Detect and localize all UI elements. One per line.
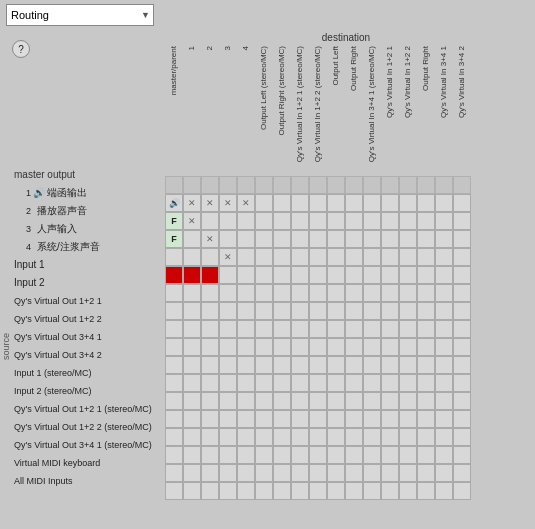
col-header-4: 4 bbox=[237, 46, 255, 182]
cell-m3-15[interactable] bbox=[435, 230, 453, 248]
cell-m1-12[interactable] bbox=[381, 194, 399, 212]
cell-m2-14[interactable] bbox=[417, 212, 435, 230]
cell-m2-2[interactable] bbox=[201, 212, 219, 230]
cell-m2-1[interactable] bbox=[183, 212, 201, 230]
cell-m2-8[interactable] bbox=[309, 212, 327, 230]
source-vertical-label: source bbox=[1, 333, 11, 360]
cell-m2-15[interactable] bbox=[435, 212, 453, 230]
cell-m1-11[interactable] bbox=[363, 194, 381, 212]
cell-m1-9[interactable] bbox=[327, 194, 345, 212]
cell-m4-3[interactable] bbox=[219, 248, 237, 266]
cell-m4-7[interactable] bbox=[291, 248, 309, 266]
cell-m4-master[interactable] bbox=[165, 248, 183, 266]
cell-m4-10[interactable] bbox=[345, 248, 363, 266]
cell-m4-15[interactable] bbox=[435, 248, 453, 266]
grid-row-input1-mc bbox=[165, 374, 535, 392]
cell-i1-10[interactable] bbox=[345, 266, 363, 284]
cell-i1-14[interactable] bbox=[417, 266, 435, 284]
cell-m4-6[interactable] bbox=[273, 248, 291, 266]
cell-m2-12[interactable] bbox=[381, 212, 399, 230]
col-header-out-right-mc: Output Right (stereo/MC) bbox=[273, 46, 291, 182]
cell-m4-9[interactable] bbox=[327, 248, 345, 266]
cell-m3-11[interactable] bbox=[363, 230, 381, 248]
cell-m4-13[interactable] bbox=[399, 248, 417, 266]
cell-m1-10[interactable] bbox=[345, 194, 363, 212]
cell-i1-11[interactable] bbox=[363, 266, 381, 284]
col-header-vin34-1: Qy's Virtual In 3+4 1 bbox=[435, 46, 453, 182]
cell-i1-13[interactable] bbox=[399, 266, 417, 284]
cell-m4-1[interactable] bbox=[183, 248, 201, 266]
cell-i1-5[interactable] bbox=[255, 266, 273, 284]
cell-i1-12[interactable] bbox=[381, 266, 399, 284]
cell-i1-3[interactable] bbox=[219, 266, 237, 284]
cell-m1-master[interactable]: 🔊 bbox=[165, 194, 183, 212]
cell-m3-14[interactable] bbox=[417, 230, 435, 248]
col-header-master-parent: master/parent bbox=[165, 46, 183, 182]
cell-m2-7[interactable] bbox=[291, 212, 309, 230]
cell-m1-14[interactable] bbox=[417, 194, 435, 212]
cell-m1-16[interactable] bbox=[453, 194, 471, 212]
cell-m4-8[interactable] bbox=[309, 248, 327, 266]
cell-m2-master[interactable]: F bbox=[165, 212, 183, 230]
cell-m4-2[interactable] bbox=[201, 248, 219, 266]
cell-i1-6[interactable] bbox=[273, 266, 291, 284]
source-row-input1: Input 1 bbox=[12, 256, 165, 274]
cell-blank bbox=[165, 176, 183, 194]
cell-i1-15[interactable] bbox=[435, 266, 453, 284]
cell-m4-16[interactable] bbox=[453, 248, 471, 266]
cell-m2-6[interactable] bbox=[273, 212, 291, 230]
cell-m3-4[interactable] bbox=[237, 230, 255, 248]
cell-m2-3[interactable] bbox=[219, 212, 237, 230]
cell-i1-9[interactable] bbox=[327, 266, 345, 284]
cell-blank bbox=[345, 176, 363, 194]
cell-m1-3[interactable] bbox=[219, 194, 237, 212]
cell-m2-10[interactable] bbox=[345, 212, 363, 230]
cell-m3-master[interactable]: F bbox=[165, 230, 183, 248]
cell-m3-1[interactable] bbox=[183, 230, 201, 248]
cell-m1-4[interactable] bbox=[237, 194, 255, 212]
cell-m3-9[interactable] bbox=[327, 230, 345, 248]
grid-row-vout1-mc bbox=[165, 410, 535, 428]
cell-m2-4[interactable] bbox=[237, 212, 255, 230]
cell-i1-16[interactable] bbox=[453, 266, 471, 284]
cell-blank bbox=[255, 176, 273, 194]
cell-i1-4[interactable] bbox=[237, 266, 255, 284]
cell-m2-11[interactable] bbox=[363, 212, 381, 230]
cell-i1-0[interactable] bbox=[165, 266, 183, 284]
cell-m1-15[interactable] bbox=[435, 194, 453, 212]
cell-i1-2[interactable] bbox=[201, 266, 219, 284]
cell-m1-13[interactable] bbox=[399, 194, 417, 212]
cell-m3-6[interactable] bbox=[273, 230, 291, 248]
cell-m2-13[interactable] bbox=[399, 212, 417, 230]
routing-select[interactable]: Routing bbox=[6, 4, 154, 26]
cell-m2-16[interactable] bbox=[453, 212, 471, 230]
cell-m2-9[interactable] bbox=[327, 212, 345, 230]
cell-m3-5[interactable] bbox=[255, 230, 273, 248]
cell-m2-5[interactable] bbox=[255, 212, 273, 230]
cell-m3-16[interactable] bbox=[453, 230, 471, 248]
cell-m3-3[interactable] bbox=[219, 230, 237, 248]
cell-m3-2[interactable] bbox=[201, 230, 219, 248]
cell-i1-8[interactable] bbox=[309, 266, 327, 284]
cell-m4-11[interactable] bbox=[363, 248, 381, 266]
cell-m4-14[interactable] bbox=[417, 248, 435, 266]
cell-m4-4[interactable] bbox=[237, 248, 255, 266]
cell-m1-1[interactable] bbox=[183, 194, 201, 212]
cell-i1-7[interactable] bbox=[291, 266, 309, 284]
cell-m3-13[interactable] bbox=[399, 230, 417, 248]
cell-m1-8[interactable] bbox=[309, 194, 327, 212]
cell-m3-8[interactable] bbox=[309, 230, 327, 248]
cell-m4-5[interactable] bbox=[255, 248, 273, 266]
grid-row-master-3: F bbox=[165, 230, 535, 248]
cell-m1-2[interactable] bbox=[201, 194, 219, 212]
cell-m1-6[interactable] bbox=[273, 194, 291, 212]
cell-m3-12[interactable] bbox=[381, 230, 399, 248]
grid-row-master-2: F bbox=[165, 212, 535, 230]
cell-i1-1[interactable] bbox=[183, 266, 201, 284]
cell-m3-10[interactable] bbox=[345, 230, 363, 248]
cell-m4-12[interactable] bbox=[381, 248, 399, 266]
cell-m3-7[interactable] bbox=[291, 230, 309, 248]
col-header-out-left-mc: Output Left (stereo/MC) bbox=[255, 46, 273, 182]
cell-m1-7[interactable] bbox=[291, 194, 309, 212]
cell-m1-5[interactable] bbox=[255, 194, 273, 212]
